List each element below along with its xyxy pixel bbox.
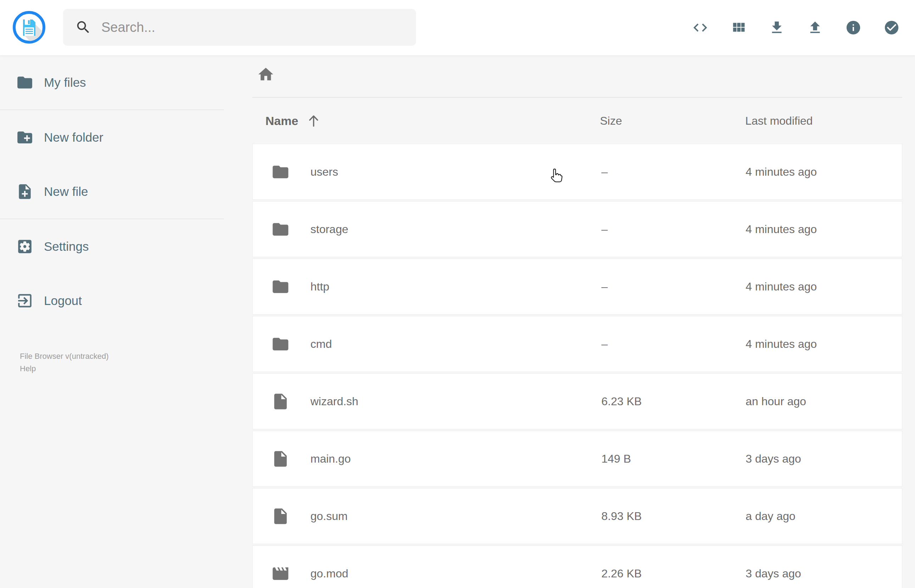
breadcrumb-home-button[interactable]: [255, 64, 276, 85]
sidebar-item-label: Logout: [44, 294, 82, 308]
file-icon: [271, 507, 290, 526]
file-size: 6.23 KB: [600, 395, 745, 408]
app-version: File Browser v(untracked): [20, 350, 109, 362]
file-name-cell: storage: [253, 220, 600, 239]
file-name: http: [310, 280, 329, 293]
column-header-modified[interactable]: Last modified: [745, 115, 902, 128]
file-size: –: [600, 165, 745, 179]
file-row[interactable]: go.mod 2.26 KB 3 days ago: [252, 546, 902, 588]
top-bar: [0, 0, 915, 55]
file-icon: [271, 449, 290, 468]
folder-icon: [16, 74, 34, 91]
sidebar-item-label: New folder: [44, 130, 103, 145]
search-icon: [75, 19, 91, 36]
code-icon[interactable]: [681, 8, 719, 47]
select-multiple-icon[interactable]: [873, 8, 911, 47]
file-size: –: [600, 338, 745, 351]
file-row[interactable]: main.go 149 B 3 days ago: [252, 431, 902, 487]
file-size: 149 B: [600, 452, 745, 465]
sidebar: My files New folder New file Settings Lo…: [0, 55, 224, 588]
file-row[interactable]: http – 4 minutes ago: [252, 258, 902, 315]
movie-icon: [271, 564, 290, 583]
file-row[interactable]: wizard.sh 6.23 KB an hour ago: [252, 373, 902, 429]
arrow-up-icon: [306, 113, 321, 128]
folder-icon: [271, 220, 290, 239]
file-name: storage: [310, 223, 348, 236]
download-icon[interactable]: [758, 8, 796, 47]
file-name: users: [310, 165, 338, 179]
folder-icon: [271, 277, 290, 296]
file-listing-area: Name Size Last modified users – 4 minute…: [224, 55, 915, 588]
listing-header: Name Size Last modified: [252, 105, 902, 137]
file-name-cell: wizard.sh: [253, 392, 600, 411]
file-name-cell: http: [253, 277, 600, 296]
file-name: wizard.sh: [310, 395, 358, 408]
header-actions: [681, 0, 911, 55]
file-name-cell: main.go: [253, 449, 600, 468]
file-name: cmd: [310, 338, 332, 351]
breadcrumb-divider: [252, 97, 902, 98]
file-browser-app: My files New folder New file Settings Lo…: [0, 0, 915, 588]
file-name: go.mod: [310, 567, 348, 580]
file-size: –: [600, 280, 745, 293]
file-row[interactable]: cmd – 4 minutes ago: [252, 316, 902, 372]
new-file-icon: [16, 183, 34, 200]
upload-icon[interactable]: [796, 8, 834, 47]
sidebar-item-label: Settings: [44, 239, 89, 254]
file-modified: 4 minutes ago: [745, 338, 903, 351]
help-link[interactable]: Help: [20, 362, 109, 375]
file-row[interactable]: storage – 4 minutes ago: [252, 201, 902, 257]
search-input[interactable]: [101, 19, 416, 36]
file-name-cell: cmd: [253, 335, 600, 354]
file-size: –: [600, 223, 745, 236]
column-header-size[interactable]: Size: [600, 115, 745, 128]
file-name: main.go: [310, 452, 351, 465]
file-name-cell: go.sum: [253, 507, 600, 526]
file-size: 2.26 KB: [600, 567, 745, 580]
new-folder-icon: [16, 129, 34, 146]
file-modified: 4 minutes ago: [745, 280, 903, 293]
floppy-disk-logo: [12, 10, 46, 44]
sidebar-item-settings[interactable]: Settings: [0, 219, 224, 273]
grid-view-icon[interactable]: [719, 8, 758, 47]
file-modified: an hour ago: [745, 395, 903, 408]
folder-icon: [271, 163, 290, 181]
folder-icon: [271, 335, 290, 354]
sidebar-item-new-file[interactable]: New file: [0, 164, 224, 218]
file-modified: a day ago: [745, 510, 903, 523]
file-name: go.sum: [310, 510, 348, 523]
file-modified: 4 minutes ago: [745, 165, 903, 179]
logout-icon: [16, 292, 34, 310]
sidebar-item-my-files[interactable]: My files: [0, 55, 224, 110]
file-modified: 4 minutes ago: [745, 223, 903, 236]
home-icon: [257, 66, 275, 83]
file-modified: 3 days ago: [745, 567, 903, 580]
sidebar-footer: File Browser v(untracked) Help: [20, 350, 109, 375]
sidebar-item-label: New file: [44, 184, 88, 199]
file-modified: 3 days ago: [745, 452, 903, 465]
search-bar[interactable]: [63, 9, 416, 46]
file-row[interactable]: go.sum 8.93 KB a day ago: [252, 488, 902, 544]
file-name-cell: users: [253, 163, 600, 181]
file-icon: [271, 392, 290, 411]
sidebar-item-logout[interactable]: Logout: [0, 273, 224, 328]
sidebar-item-label: My files: [44, 76, 86, 90]
settings-icon: [16, 237, 34, 255]
info-icon[interactable]: [834, 8, 873, 47]
file-row[interactable]: users – 4 minutes ago: [252, 144, 902, 200]
file-name-cell: go.mod: [253, 564, 600, 583]
file-size: 8.93 KB: [600, 510, 745, 523]
column-header-name[interactable]: Name: [252, 113, 600, 128]
file-list: users – 4 minutes ago storage – 4 minute…: [252, 144, 902, 588]
sidebar-item-new-folder[interactable]: New folder: [0, 110, 224, 164]
